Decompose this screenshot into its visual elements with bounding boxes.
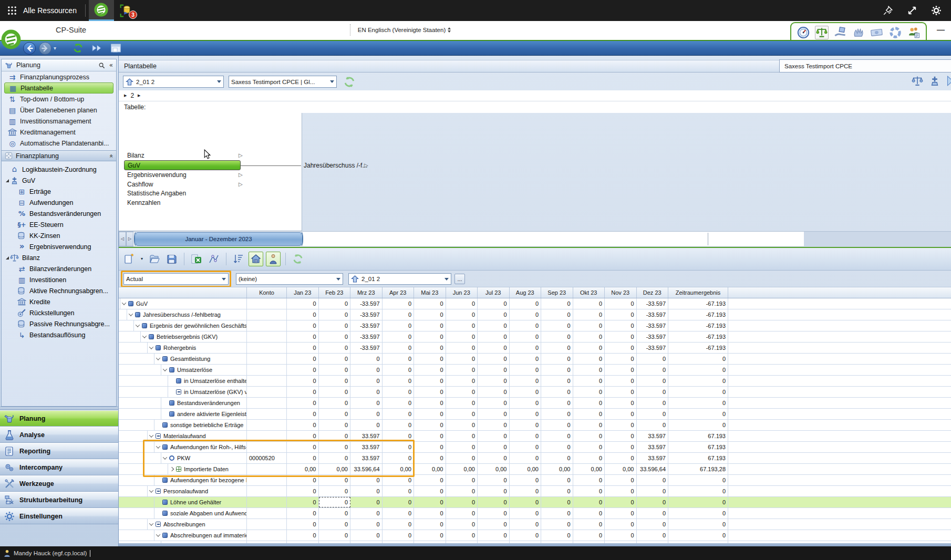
value-cell[interactable]: 0 (414, 376, 446, 386)
hand-icon[interactable] (852, 26, 865, 39)
value-cell[interactable]: 0 (350, 530, 383, 541)
settings-gear-icon[interactable] (931, 5, 942, 16)
collapse-triangle-icon[interactable] (5, 179, 10, 182)
sidebar-item-finanzplanungsprozess[interactable]: ⇉Finanzplanungsprozess (2, 71, 116, 82)
tree-cell[interactable]: Gesamtleistung (119, 354, 247, 364)
value-cell[interactable]: 0 (541, 409, 573, 419)
value-cell[interactable]: 0,00 (287, 464, 319, 474)
new-table-icon[interactable] (122, 252, 137, 266)
value-cell[interactable]: 0 (414, 508, 446, 518)
konto-cell[interactable] (247, 376, 287, 386)
value-cell[interactable]: 0 (478, 365, 510, 375)
value-cell[interactable]: 0 (510, 298, 542, 309)
value-cell[interactable]: 0 (414, 519, 446, 530)
value-cell[interactable]: 0 (446, 376, 478, 386)
konto-cell[interactable] (247, 365, 287, 375)
value-cell[interactable]: 0 (383, 387, 415, 397)
dropdown-caret-icon[interactable]: ▾ (54, 43, 65, 54)
spinner-icon[interactable] (448, 27, 451, 33)
value-cell[interactable]: 0 (573, 298, 605, 309)
value-cell[interactable]: 0 (478, 530, 510, 541)
value-cell[interactable]: 0 (478, 519, 510, 530)
value-cell[interactable]: 0 (319, 431, 351, 441)
gauge-icon[interactable] (797, 26, 810, 39)
value-cell[interactable]: 0 (510, 343, 542, 353)
value-cell[interactable]: 0 (350, 409, 383, 419)
collapse-chevron-icon[interactable] (156, 532, 160, 536)
value-cell[interactable]: 0 (637, 398, 669, 408)
konto-cell[interactable] (247, 298, 287, 309)
value-cell[interactable]: 0 (541, 376, 573, 386)
table-selector-item-cashflow[interactable]: Cashflow▷ (119, 180, 302, 189)
value-cell[interactable]: 0 (510, 409, 542, 419)
save-icon[interactable] (164, 252, 179, 266)
value-cell[interactable]: 0 (446, 453, 478, 463)
value-cell[interactable]: 0 (605, 486, 637, 496)
value-cell[interactable]: 0 (637, 420, 669, 430)
konto-cell[interactable] (247, 343, 287, 353)
value-cell[interactable]: 0 (287, 475, 319, 485)
value-cell[interactable]: 0 (541, 398, 573, 408)
value-cell[interactable]: 0 (446, 497, 478, 507)
tree-item-bestandsver-nderungen[interactable]: %Bestandsveränderungen (2, 208, 116, 219)
tree-item-investitionen[interactable]: ▥Investitionen (2, 274, 116, 285)
table-row[interactable]: Rohergebnis00-33.59700000000-33.597-67.1… (119, 343, 951, 354)
table-row[interactable]: Ergebnis der gewöhnlichen Geschäftstäti.… (119, 320, 951, 331)
value-cell[interactable]: 0 (541, 420, 573, 430)
value-cell[interactable]: 0 (383, 398, 415, 408)
konto-cell[interactable] (247, 530, 287, 541)
value-cell[interactable]: 0 (287, 309, 319, 320)
value-cell[interactable]: -33.597 (637, 320, 669, 331)
value-cell[interactable]: 0 (446, 508, 478, 518)
tree-cell[interactable]: andere aktivierte Eigenleistungen (119, 409, 247, 419)
value-cell[interactable]: 0 (446, 420, 478, 430)
value-cell[interactable]: 0 (287, 486, 319, 496)
column-header-apr-23[interactable]: Apr 23 (383, 287, 415, 298)
expand-arrow-icon[interactable]: ▷ (239, 153, 243, 158)
sidebar-item-automatische-plandatenanbi-[interactable]: ◎Automatische Plandatenanbi... (2, 138, 116, 149)
value-cell[interactable]: 0 (446, 365, 478, 375)
sidebar-item-kreditmanagement[interactable]: Kreditmanagement (2, 127, 116, 138)
table-selector-item-guv[interactable]: GuV (124, 160, 241, 170)
value-cell[interactable]: 0 (541, 508, 573, 518)
table-row[interactable]: Jahresüberschuss /-fehlbetrag00-33.59700… (119, 309, 951, 320)
value-cell[interactable]: 0 (605, 420, 637, 430)
value-cell[interactable]: 0 (478, 387, 510, 397)
collapse-chevron-icon[interactable] (149, 433, 153, 437)
value-cell[interactable]: 0 (414, 442, 446, 452)
box-hand-icon[interactable] (833, 26, 847, 39)
value-cell[interactable]: 0 (541, 331, 573, 342)
value-cell[interactable]: 0 (446, 320, 478, 331)
collapse-chevron-icon[interactable] (129, 312, 133, 316)
data-import-taskbar-tab[interactable]: 3 (114, 0, 139, 21)
value-cell[interactable]: 0 (319, 343, 351, 353)
value-cell[interactable]: 0 (637, 409, 669, 419)
value-cell[interactable]: 0 (446, 475, 478, 485)
value-cell[interactable]: 0 (383, 376, 415, 386)
value-cell[interactable]: 0 (383, 519, 415, 530)
module-button-planung[interactable]: Planung (0, 410, 118, 427)
tree-item-guv[interactable]: GuV (2, 175, 116, 186)
column-header-zeitraumergebnis[interactable]: Zeitraumergebnis (668, 287, 728, 298)
table-selector-item-kennzahlen[interactable]: Kennzahlen (119, 198, 302, 208)
column-header-mrz-23[interactable]: Mrz 23 (350, 287, 383, 298)
value-cell[interactable]: 0 (287, 442, 319, 452)
value-cell[interactable]: 0 (383, 508, 415, 518)
value-cell[interactable]: 0 (478, 475, 510, 485)
column-header-feb-23[interactable]: Feb 23 (319, 287, 351, 298)
value-cell[interactable]: 0 (605, 309, 637, 320)
value-cell[interactable]: 0 (605, 376, 637, 386)
value-cell[interactable]: 0,00 (446, 464, 478, 474)
value-cell[interactable]: 0 (350, 475, 383, 485)
value-cell[interactable]: 0,00 (383, 464, 415, 474)
value-cell[interactable]: 0 (446, 486, 478, 496)
value-cell[interactable]: -33.597 (350, 320, 383, 331)
value-cell[interactable]: 0 (383, 453, 415, 463)
value-cell[interactable]: 0 (383, 409, 415, 419)
value-cell[interactable]: 0 (605, 497, 637, 507)
open-table-icon[interactable] (147, 252, 162, 266)
value-cell[interactable]: 0 (446, 398, 478, 408)
collapse-chevron-icon[interactable] (163, 455, 167, 459)
ring-icon[interactable] (888, 26, 902, 39)
table-row[interactable]: Aufwendungen für Roh-, Hilfs- ...0033.59… (119, 442, 951, 453)
